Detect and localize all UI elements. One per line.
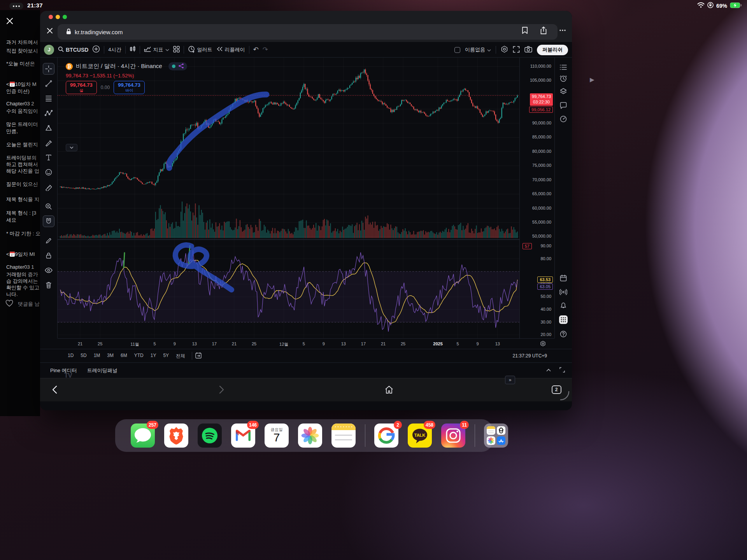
window-resize-handle[interactable]: [559, 390, 570, 401]
calendar-icon[interactable]: [558, 274, 569, 282]
heart-icon[interactable]: [5, 300, 13, 308]
notification-badge: 458: [424, 421, 435, 429]
pattern-icon[interactable]: [43, 107, 54, 119]
broadcast-icon[interactable]: [558, 288, 569, 296]
avatar[interactable]: J: [44, 45, 54, 55]
forward-icon[interactable]: [216, 384, 228, 396]
layout-grid-icon[interactable]: [173, 46, 180, 54]
trading-panel-tab[interactable]: 트레이딩패널: [87, 367, 117, 374]
eye-icon[interactable]: [43, 264, 54, 276]
chart-type-icon[interactable]: [130, 46, 136, 54]
indicators-button[interactable]: 지표: [144, 46, 169, 53]
range-button-5d[interactable]: 5D: [77, 353, 90, 359]
layout-name-button[interactable]: 이름없음: [465, 46, 491, 53]
dock-app-photos[interactable]: [298, 424, 322, 448]
publish-button[interactable]: 퍼블리쉬: [537, 45, 568, 55]
status-dot: [172, 65, 175, 68]
stage-manager-dots[interactable]: [9, 3, 23, 9]
window-close-button[interactable]: [49, 15, 53, 19]
comment-placeholder[interactable]: 댓글을 남: [18, 301, 40, 308]
lock-icon[interactable]: [43, 250, 54, 261]
back-icon[interactable]: [49, 384, 60, 396]
gauge-icon[interactable]: [558, 115, 569, 123]
brush-icon[interactable]: [43, 137, 54, 149]
camera-snapshot-icon[interactable]: [524, 46, 532, 54]
fullscreen-icon[interactable]: [513, 46, 520, 54]
window-zoom-button[interactable]: [63, 15, 67, 19]
time-axis-label: 21: [78, 341, 82, 346]
replay-button[interactable]: 리플레이: [216, 46, 245, 53]
address-bar[interactable]: kr.tradingview.com: [58, 24, 558, 40]
dock-app-spotify[interactable]: [198, 424, 222, 448]
secondary-price-badge: 99,056.12: [529, 107, 553, 113]
settings-gear-icon[interactable]: [501, 46, 508, 54]
fib-icon[interactable]: [43, 93, 54, 104]
scroll-right-button[interactable]: »: [505, 376, 515, 384]
text-icon[interactable]: [43, 152, 54, 163]
legend-title[interactable]: 비트코인 / 달러 · 4시간 · Binance: [76, 63, 162, 70]
share-nodes-icon[interactable]: [179, 63, 184, 70]
price-scale[interactable]: 110,000.00105,000.0090,000.0085,000.0080…: [519, 58, 554, 338]
clock-utc[interactable]: 21:37:29 UTC+9: [513, 353, 547, 359]
trendline-icon[interactable]: [43, 78, 54, 89]
go-to-date-icon[interactable]: [195, 352, 202, 360]
collapse-legend-button[interactable]: [66, 144, 77, 151]
pencil-icon[interactable]: [43, 235, 54, 247]
price-chart[interactable]: [58, 58, 519, 338]
alert-clock-icon[interactable]: [558, 74, 569, 82]
projection-icon[interactable]: [43, 122, 54, 134]
emoji-icon[interactable]: [43, 166, 54, 178]
panel-expand-chevron-icon[interactable]: [546, 367, 551, 374]
time-axis-label: 25: [401, 341, 405, 346]
more-menu-icon[interactable]: [559, 26, 566, 36]
symbol-search-button[interactable]: BTCUSD: [58, 46, 88, 53]
page-close-icon[interactable]: [46, 26, 54, 35]
share-icon[interactable]: [540, 26, 547, 36]
close-icon[interactable]: [6, 17, 14, 25]
interval-button[interactable]: 4시간: [108, 46, 121, 53]
home-icon[interactable]: [383, 384, 395, 396]
buy-button[interactable]: 99,764.73 바이: [114, 81, 145, 94]
lesson-text-line: 오늘은 챌린지: [6, 141, 38, 148]
redo-icon[interactable]: ↷: [263, 46, 268, 54]
axis-settings-gear-icon[interactable]: [540, 341, 546, 348]
window-minimize-button[interactable]: [56, 15, 60, 19]
bookmark-icon[interactable]: [521, 26, 528, 36]
layers-icon[interactable]: [558, 88, 569, 96]
trash-icon[interactable]: [43, 279, 54, 291]
undo-icon[interactable]: ↶: [253, 46, 259, 54]
price-scale-label: 105,000.00: [530, 78, 551, 82]
range-button-1m[interactable]: 1M: [90, 353, 104, 359]
legend-toggle-pill[interactable]: [168, 62, 187, 70]
zoom-in-icon[interactable]: [43, 201, 54, 212]
alert-button[interactable]: 얼러트: [188, 46, 212, 54]
range-button-3m[interactable]: 3M: [103, 353, 117, 359]
range-button-5y[interactable]: 5Y: [160, 353, 172, 359]
layout-checkbox[interactable]: [454, 47, 460, 53]
time-axis-label: 25: [98, 341, 102, 346]
dock-app-notes[interactable]: [331, 424, 356, 448]
lesson-text-line: 많은 트레이더: [6, 121, 38, 128]
range-button-1y[interactable]: 1Y: [147, 353, 160, 359]
sell-button[interactable]: 99,764.73 셀: [66, 81, 97, 94]
ruler-icon[interactable]: [43, 181, 54, 193]
help-icon[interactable]: [558, 330, 569, 338]
pine-editor-tab[interactable]: Pine 에디터: [50, 367, 77, 374]
panel-maximize-icon[interactable]: [559, 367, 565, 374]
time-axis[interactable]: 212511월591317212512월591317212520255913: [58, 338, 554, 349]
range-button-ytd[interactable]: YTD: [131, 353, 147, 359]
range-button-6m[interactable]: 6M: [117, 353, 131, 359]
chat-icon[interactable]: [558, 101, 569, 109]
dock-app-folder[interactable]: [484, 424, 508, 448]
compare-add-icon[interactable]: [92, 45, 100, 54]
dock-app-calendar[interactable]: 금요일7: [265, 424, 289, 448]
magnet-icon[interactable]: [43, 215, 54, 227]
range-button-전체[interactable]: 전체: [172, 353, 189, 359]
dock-app-brave[interactable]: [164, 424, 188, 448]
apps-grid-icon[interactable]: [558, 315, 569, 324]
watchlist-icon[interactable]: [558, 63, 569, 71]
range-button-1d[interactable]: 1D: [64, 353, 77, 359]
bell-icon[interactable]: [558, 301, 569, 309]
crosshair-icon[interactable]: [43, 63, 54, 75]
sidebar-reveal-arrow[interactable]: ▶: [590, 76, 594, 83]
